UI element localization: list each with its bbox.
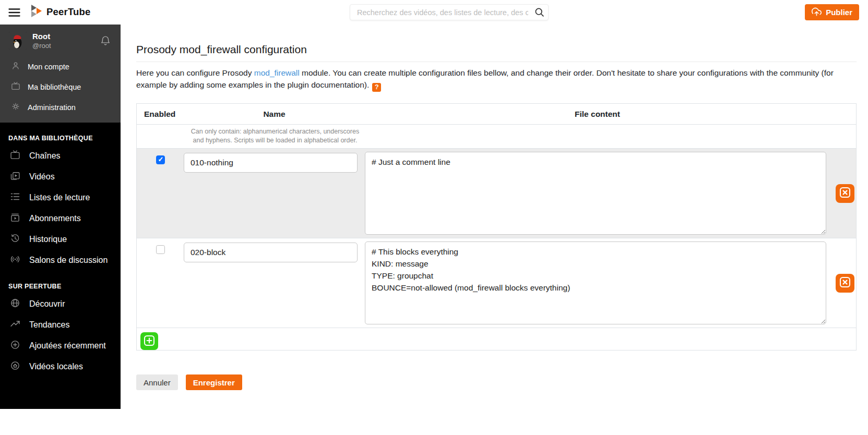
enabled-cell (137, 238, 184, 328)
add-file-button[interactable] (140, 332, 158, 350)
user-names: Root @root (32, 32, 98, 50)
script-name-input[interactable] (184, 243, 358, 262)
help-icon[interactable]: ? (372, 83, 381, 92)
column-header-name: Name (184, 110, 365, 119)
sidebar-item-listes-de-lecture[interactable]: Listes de lecture (0, 187, 121, 208)
sidebar-item-videos[interactable]: Vidéos (0, 166, 121, 187)
menu-toggle-button[interactable] (7, 5, 21, 20)
subscriptions-icon (10, 212, 20, 225)
enabled-checkbox[interactable] (156, 245, 165, 254)
publish-button[interactable]: Publier (805, 4, 859, 20)
bell-icon (100, 40, 111, 48)
user-icon (11, 61, 20, 72)
save-button[interactable]: Enregistrer (186, 374, 242, 390)
sidebar-item-abonnements[interactable]: Abonnements (0, 208, 121, 229)
form-actions: Annuler Enregistrer (136, 374, 857, 390)
file-content-textarea[interactable]: # Just a comment line (365, 152, 826, 235)
sidebar-item-label: Découvrir (29, 299, 65, 309)
add-plus-icon (144, 335, 155, 348)
column-header-enabled: Enabled (137, 110, 184, 119)
name-hint-row: Can only contain: alphanumerical charact… (137, 125, 856, 149)
search-icon (534, 11, 545, 19)
video-library-icon (10, 171, 20, 183)
sidebar-item-label: Abonnements (29, 214, 81, 223)
playlist-icon (10, 191, 20, 204)
hamburger-icon (8, 13, 21, 20)
globe-icon (10, 298, 20, 310)
file-content-textarea[interactable]: # This blocks everything KIND: message T… (365, 241, 826, 324)
sidebar-section-title: DANS MA BIBLIOTHÈQUE (0, 123, 121, 146)
sidebar-item-label: Administration (28, 103, 76, 112)
script-name-input[interactable] (184, 153, 358, 173)
table-row: # Just a comment line (137, 149, 856, 238)
divider (136, 62, 857, 62)
intro-text: Here you can configure Prosody mod_firew… (136, 67, 857, 92)
history-icon (10, 233, 20, 246)
sidebar-item-label: Salons de discussion (29, 256, 108, 265)
tv-icon (10, 150, 20, 162)
user-name: Root (32, 32, 98, 41)
tv-icon (11, 81, 20, 92)
sidebar-item-label: Vidéos (29, 172, 55, 182)
peertube-logo[interactable]: PeerTube (31, 5, 91, 19)
sidebar-item-videos-locales[interactable]: Vidéos locales (0, 356, 121, 377)
table-header-row: Enabled Name File content (137, 104, 856, 125)
sidebar-item-ajoutees-recemment[interactable]: Ajoutées récemment (0, 335, 121, 356)
search-button[interactable] (532, 6, 546, 19)
sidebar-item-label: Historique (29, 235, 67, 244)
mod-firewall-link[interactable]: mod_firewall (254, 68, 300, 77)
name-hint-text: Can only contain: alphanumerical charact… (186, 127, 364, 145)
table-row: # This blocks everything KIND: message T… (137, 238, 856, 328)
delete-row-button[interactable] (836, 274, 854, 293)
sidebar-item-label: Ajoutées récemment (29, 341, 106, 351)
delete-x-icon (839, 187, 851, 200)
content-cell: # Just a comment line (365, 149, 830, 238)
sidebar-item-label: Chaînes (29, 151, 61, 161)
sidebar-item-tendances[interactable]: Tendances (0, 315, 121, 335)
name-cell (184, 238, 365, 328)
user-row: Root @root (0, 32, 121, 50)
sidebar-section-title: SUR PEERTUBE (0, 271, 121, 294)
cancel-button[interactable]: Annuler (136, 374, 178, 390)
sidebar-item-chaines[interactable]: Chaînes (0, 146, 121, 166)
trending-icon (10, 319, 20, 331)
name-cell (184, 149, 365, 238)
config-files-table: Enabled Name File content Can only conta… (136, 103, 857, 351)
upload-cloud-icon (812, 7, 822, 18)
actions-cell (830, 149, 856, 238)
gear-icon (11, 102, 20, 113)
user-handle: @root (32, 42, 98, 50)
sidebar-item-mon-compte[interactable]: Mon compte (0, 56, 121, 77)
home-circle-icon (10, 360, 20, 373)
plus-circle-icon (10, 340, 20, 352)
search-input[interactable] (350, 4, 549, 20)
publish-label: Publier (826, 8, 852, 17)
delete-x-icon (839, 276, 851, 289)
notifications-button[interactable] (98, 34, 113, 48)
add-row (137, 328, 856, 350)
enabled-checkbox[interactable] (156, 155, 165, 164)
sidebar-item-label: Mon compte (28, 63, 69, 71)
sidebar-item-historique[interactable]: Historique (0, 229, 121, 250)
top-bar: PeerTube Publier (0, 0, 868, 25)
sidebar-item-label: Tendances (29, 320, 69, 330)
sidebar-item-ma-bibliotheque[interactable]: Ma bibliothèque (0, 77, 121, 97)
intro-before-link: Here you can configure Prosody (136, 68, 254, 77)
sidebar-item-label: Ma bibliothèque (28, 83, 81, 91)
actions-cell (830, 238, 856, 328)
page-title: Prosody mod_firewall configuration (136, 43, 857, 56)
column-header-file-content: File content (365, 110, 830, 119)
sidebar-user-section: Root @root Mon compte Ma b (0, 25, 121, 123)
enabled-cell (137, 149, 184, 238)
avatar[interactable] (9, 32, 27, 50)
sidebar-item-salons-de-discussion[interactable]: Salons de discussion (0, 250, 121, 271)
search-bar (350, 4, 549, 20)
main-content: Prosody mod_firewall configuration Here … (121, 25, 868, 435)
peertube-logo-icon (31, 5, 42, 19)
broadcast-icon (10, 254, 20, 267)
delete-row-button[interactable] (836, 184, 854, 203)
sidebar-item-administration[interactable]: Administration (0, 97, 121, 117)
brand-name: PeerTube (46, 6, 91, 18)
content-cell: # This blocks everything KIND: message T… (365, 238, 830, 328)
sidebar-item-decouvrir[interactable]: Découvrir (0, 294, 121, 315)
